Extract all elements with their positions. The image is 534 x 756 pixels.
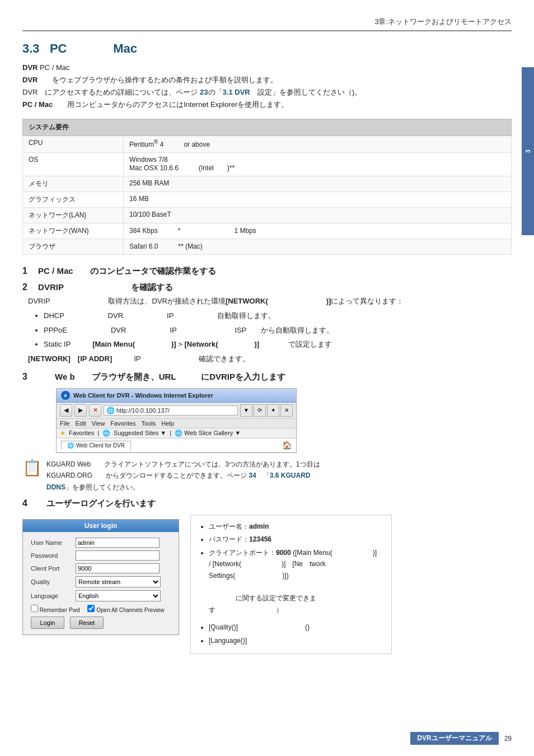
reset-button[interactable]: Reset [70, 617, 104, 629]
table-cell-value: Pentium® 4 or above [124, 136, 512, 153]
chapter-header: 3章:ネットワークおよびリモートアクセス [22, 17, 512, 31]
step2-network-note: [NETWORK] [IP ADDR] IP 確認できます。 [28, 353, 512, 365]
clientport-input[interactable] [76, 563, 160, 573]
step2-header: 2 DVRIP を確認する [22, 282, 512, 293]
open-all-channels-checkbox[interactable] [87, 605, 95, 612]
quality-select[interactable]: Remote stream Local stream [76, 576, 161, 587]
language-label: Language [31, 592, 76, 599]
menu-view[interactable]: View [92, 420, 105, 427]
login-button[interactable]: Login [31, 617, 64, 629]
refresh-button[interactable]: ⟳ [254, 404, 266, 417]
table-row: グラフィックス 16 MB [23, 192, 512, 208]
menu-help[interactable]: Help [161, 420, 174, 427]
menu-file[interactable]: File [60, 420, 70, 427]
footer-page: 29 [504, 735, 512, 743]
table-cell-value: Safari 6.0 ** (Mac) [124, 239, 512, 255]
step1-header: 1 PC / Mac のコンピュータで確認作業をする [22, 266, 512, 277]
intro-block: DVR PC / Mac DVR をウェブブラウザから操作するための条件および手… [22, 62, 512, 111]
table-header: システム要件 [23, 119, 512, 136]
login-dialog-title: User login [23, 520, 179, 532]
step2-num: 2 [22, 282, 27, 292]
star-button[interactable]: ✦ [267, 404, 279, 417]
close-button[interactable]: ✕ [280, 404, 293, 417]
ie-icon: e [61, 391, 70, 400]
table-row: ネットワーク(LAN) 10/100 BaseT [23, 208, 512, 223]
chapter-title: 3章:ネットワークおよびリモートアクセス [374, 17, 512, 26]
stop-button[interactable]: ✕ [89, 404, 101, 417]
table-cell-value: 256 MB RAM [124, 176, 512, 192]
open-all-channels-label: Open All Channels Preview [87, 605, 164, 613]
favorites-label: Favorites [69, 430, 94, 436]
table-cell-label: ネットワーク(LAN) [23, 208, 124, 223]
memo-text: KGUARD Web クライアントソフトウェアについては、3つの方法があります。… [46, 459, 320, 493]
intro-section-ref: 3.1 DVR [223, 88, 250, 96]
login-dialog-body: User Name Password Client Port Quality R… [23, 532, 179, 634]
intro-line4: PC / Mac [22, 100, 53, 109]
globe-icon: 🌐 [106, 407, 115, 414]
step2-sub: DVRIP 取得方法は、DVRが接続された環境[NETWORK( )]によって異… [28, 295, 512, 307]
address-text: http://10.0.100.137/ [116, 407, 170, 414]
table-row: ブラウザ Safari 6.0 ** (Mac) [23, 239, 512, 255]
browser-toolbar: ◀ ▶ ✕ 🌐 http://10.0.100.137/ ▼ ⟳ ✦ ✕ [57, 403, 296, 419]
table-row: OS Windows 7/8Mac OSX 10.6.6 (Intel )** [23, 153, 512, 176]
chapter-tab-label: 3 [524, 150, 531, 153]
user-login-dialog: User login User Name Password Client Por… [22, 519, 179, 635]
address-bar[interactable]: 🌐 http://10.0.100.137/ [104, 405, 238, 416]
username-input[interactable] [76, 538, 160, 548]
language-select[interactable]: English 日本語 [76, 590, 161, 601]
info-bullet-list2: [Quality()] () [Language()] [199, 622, 383, 646]
browser-action-buttons: ▼ ⟳ ✦ ✕ [240, 404, 293, 417]
remember-pwd-checkbox[interactable] [31, 605, 38, 612]
table-cell-label: OS [23, 153, 124, 176]
table-cell-label: CPU [23, 136, 124, 153]
requirements-table: システム要件 CPU Pentium® 4 or above OS Window… [22, 119, 512, 255]
browser-title: Web Client for DVR - Windows Internet Ex… [73, 392, 213, 399]
menu-favorites[interactable]: Favorites [110, 420, 135, 427]
step4-header: 4 ユーザーログインを行います [22, 498, 512, 509]
memo-kguard-web: KGUARD Web [46, 460, 91, 468]
clientport-row: Client Port [31, 563, 171, 573]
step4-text: ユーザーログインを行います [30, 498, 156, 508]
intro-line1-rest: PC / Mac [38, 63, 69, 72]
login-info-box: ユーザー名：admin パスワード：123456 クライアントポート：9000 … [190, 515, 392, 654]
memo-icon: 📋 [22, 459, 42, 477]
web-slice-gallery: 🌐 Web Slice Gallery ▼ [175, 430, 241, 437]
browser-screenshot: e Web Client for DVR - Windows Internet … [56, 388, 297, 453]
suggested-sites: Suggested Sites ▼ [114, 430, 166, 436]
home-icon: 🏠 [282, 441, 292, 450]
browser-menubar: File Edit View Favorites Tools Help [57, 419, 296, 428]
table-cell-value: 384 Kbps * 1 Mbps [124, 223, 512, 239]
info-bullet-list: ユーザー名：admin パスワード：123456 クライアントポート：9000 … [199, 521, 383, 615]
step1-num: 1 [22, 266, 27, 276]
step2-label: DVRIP を確認する [30, 282, 173, 292]
back-button[interactable]: ◀ [60, 404, 72, 417]
step4-num: 4 [22, 498, 27, 508]
forward-button[interactable]: ▶ [74, 404, 87, 417]
table-cell-label: メモリ [23, 176, 124, 192]
intro-line1-bold: DVR [22, 63, 38, 72]
password-input[interactable] [76, 550, 160, 561]
memo-section-ref: 3.6 KGUARD [270, 472, 311, 479]
dropdown-button[interactable]: ▼ [240, 404, 252, 417]
memo-num2: 1 [296, 460, 300, 468]
table-row: CPU Pentium® 4 or above [23, 136, 512, 153]
memo-num1: 3 [225, 460, 229, 468]
footer-label: DVRユーザーマニュアル [410, 732, 498, 745]
login-info-row: User login User Name Password Client Por… [22, 515, 512, 654]
table-cell-value: 10/100 BaseT [124, 208, 512, 223]
list-item: クライアントポート：9000 ([Main Menu( )]/ [Network… [209, 547, 383, 615]
browser-titlebar: e Web Client for DVR - Windows Internet … [57, 389, 296, 403]
table-cell-label: グラフィックス [23, 192, 124, 208]
step2-block: DVRIP 取得方法は、DVRが接続された環境[NETWORK( )]によって異… [22, 295, 512, 365]
memo-kguard-org: KGUARD.ORG [46, 472, 92, 479]
list-item: ユーザー名：admin [209, 521, 383, 532]
step3-num: 3 [22, 372, 27, 381]
page: 3章:ネットワークおよびリモートアクセス 3 3.3 PC Mac DVR PC… [0, 0, 534, 756]
menu-tools[interactable]: Tools [142, 420, 156, 427]
menu-edit[interactable]: Edit [76, 420, 86, 427]
browser-tab[interactable]: 🌐 Web Client for DVR [61, 441, 131, 450]
clientport-label: Client Port [31, 565, 76, 572]
chapter-tab: 3 [522, 67, 534, 235]
language-row: Language English 日本語 [31, 590, 171, 601]
step2-bullets: DHCP DVR IP 自動取得します。 PPPoE DVR IP ISP から… [28, 310, 512, 350]
